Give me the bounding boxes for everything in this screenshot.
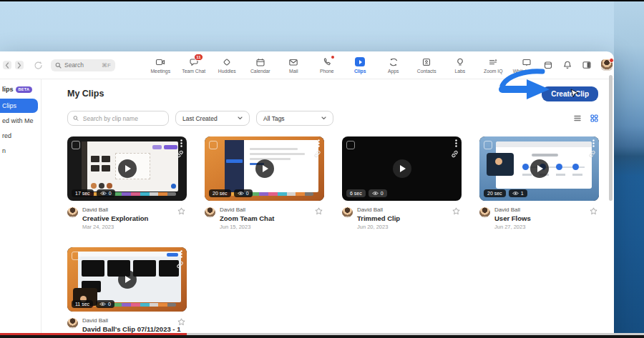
clip-checkbox[interactable] bbox=[72, 141, 80, 149]
contacts-icon bbox=[421, 57, 431, 67]
search-icon bbox=[73, 115, 79, 121]
video-letterbox-top bbox=[0, 0, 644, 1]
desktop-wallpaper bbox=[614, 1, 644, 338]
clip-title: User Flows bbox=[494, 214, 599, 222]
refresh-button[interactable] bbox=[34, 61, 43, 70]
clip-date: Jun 20, 2023 bbox=[357, 224, 462, 230]
nav-calendar[interactable]: Calendar bbox=[244, 57, 278, 74]
nav-huddles[interactable]: Huddles bbox=[210, 57, 244, 74]
clip-menu-icon[interactable] bbox=[318, 139, 320, 147]
mail-icon bbox=[288, 57, 298, 67]
nav-meetings[interactable]: Meetings bbox=[144, 57, 177, 74]
sidebar-item-trash[interactable]: n bbox=[0, 144, 41, 158]
copy-link-icon[interactable] bbox=[176, 261, 184, 269]
clip-menu-icon[interactable] bbox=[592, 139, 595, 147]
duration-badge: 11 sec bbox=[72, 300, 93, 308]
play-button[interactable] bbox=[255, 159, 274, 178]
clip-checkbox[interactable] bbox=[484, 141, 492, 149]
notifications-bell-icon[interactable] bbox=[562, 60, 572, 70]
panel-toggle-icon[interactable] bbox=[582, 60, 592, 70]
nav-clips[interactable]: Clips bbox=[343, 57, 377, 74]
beta-badge: BETA bbox=[16, 86, 33, 93]
star-icon[interactable] bbox=[177, 207, 185, 215]
views-badge: 1 bbox=[509, 189, 527, 197]
nav-team-chat[interactable]: 11 Team Chat bbox=[177, 57, 211, 74]
sidebar-item-starred[interactable]: red bbox=[0, 129, 41, 143]
sidebar-header: lips BETA bbox=[0, 84, 41, 98]
play-button[interactable] bbox=[118, 270, 137, 289]
copy-link-icon[interactable] bbox=[588, 150, 596, 158]
clip-search-input[interactable] bbox=[82, 114, 163, 123]
star-icon[interactable] bbox=[452, 207, 460, 215]
huddles-icon bbox=[222, 57, 232, 67]
author-avatar bbox=[205, 207, 215, 218]
copy-link-icon[interactable] bbox=[313, 150, 321, 158]
clip-thumbnail[interactable]: 20 sec 1 bbox=[479, 136, 599, 201]
clip-title: Creative Exploration bbox=[82, 214, 187, 222]
clip-card[interactable]: 20 sec 1 David Ball User Flows Jun 27, 2… bbox=[479, 136, 599, 230]
nav-mail[interactable]: Mail bbox=[277, 57, 311, 74]
search-shortcut: ⌘F bbox=[102, 62, 111, 69]
refresh-icon bbox=[34, 61, 43, 70]
copy-link-icon[interactable] bbox=[176, 150, 184, 158]
clip-card[interactable]: 6 sec 0 David Ball Trimmed Clip Jun 20, … bbox=[342, 136, 462, 230]
desktop: Search ⌘F Meetings 11 Team Chat Huddles bbox=[0, 0, 644, 338]
nav-contacts[interactable]: Contacts bbox=[410, 57, 444, 74]
chevron-left-icon bbox=[5, 62, 9, 69]
calendar-icon bbox=[255, 57, 265, 67]
duration-badge: 20 sec bbox=[209, 189, 231, 197]
sort-dropdown[interactable]: Last Created bbox=[175, 111, 250, 126]
sidebar-item-my-clips[interactable]: Clips bbox=[0, 99, 38, 113]
nav-apps[interactable]: Apps bbox=[377, 57, 411, 74]
author-avatar bbox=[67, 318, 78, 329]
play-button[interactable] bbox=[393, 159, 411, 178]
play-button[interactable] bbox=[530, 159, 549, 178]
grid-view-icon[interactable] bbox=[590, 114, 598, 122]
clip-menu-icon[interactable] bbox=[455, 139, 457, 147]
author-avatar bbox=[479, 207, 490, 218]
forward-button[interactable] bbox=[15, 61, 24, 69]
sidebar-item-shared-with-me[interactable]: ed with Me bbox=[0, 114, 41, 128]
profile-notification-dot bbox=[609, 58, 614, 63]
clip-card[interactable]: 20 sec 0 David Ball Zoom Team Chat Jun 1… bbox=[205, 136, 324, 230]
clip-author: David Ball bbox=[82, 207, 187, 213]
page-title: My Clips bbox=[67, 89, 104, 99]
global-search[interactable]: Search ⌘F bbox=[51, 59, 115, 71]
clip-checkbox[interactable] bbox=[72, 252, 80, 260]
clip-thumbnail[interactable]: 20 sec 0 bbox=[205, 136, 324, 201]
duration-badge: 20 sec bbox=[484, 189, 506, 197]
clip-author: David Ball bbox=[494, 207, 599, 213]
nav-labs[interactable]: Labs bbox=[444, 57, 477, 74]
copy-link-icon[interactable] bbox=[451, 150, 459, 158]
star-icon[interactable] bbox=[177, 318, 185, 326]
list-view-icon[interactable] bbox=[574, 115, 581, 121]
star-icon[interactable] bbox=[590, 207, 597, 215]
phone-icon bbox=[322, 57, 332, 67]
clip-thumbnail[interactable]: 17 sec 0 bbox=[67, 136, 187, 201]
clip-author: David Ball bbox=[357, 207, 462, 213]
clip-menu-icon[interactable] bbox=[180, 250, 182, 258]
clip-checkbox[interactable] bbox=[209, 141, 218, 149]
clip-thumbnail[interactable]: 11 sec 0 bbox=[67, 247, 187, 312]
clip-card[interactable]: 17 sec 0 David Ball Creative Exploration… bbox=[67, 136, 187, 230]
author-avatar bbox=[67, 207, 78, 218]
clip-search-box[interactable] bbox=[67, 111, 169, 126]
eye-icon bbox=[100, 191, 107, 196]
star-icon[interactable] bbox=[315, 207, 323, 215]
zoom-iq-icon bbox=[488, 57, 498, 67]
video-bottom-bar bbox=[0, 335, 644, 338]
chevron-down-icon bbox=[321, 116, 326, 120]
clip-menu-icon[interactable] bbox=[180, 139, 182, 147]
clip-thumbnail[interactable]: 6 sec 0 bbox=[342, 136, 462, 201]
profile-avatar[interactable] bbox=[601, 59, 613, 71]
play-button[interactable] bbox=[118, 159, 137, 178]
scrollbar-thumb[interactable] bbox=[609, 75, 613, 201]
tags-dropdown[interactable]: All Tags bbox=[256, 111, 333, 126]
clip-card[interactable]: 11 sec 0 David Ball David Ball's Clip 07… bbox=[67, 247, 187, 338]
nav-phone[interactable]: Phone bbox=[311, 57, 344, 74]
mouse-cursor bbox=[570, 89, 579, 98]
back-button[interactable] bbox=[3, 61, 11, 69]
clip-checkbox[interactable] bbox=[346, 141, 355, 149]
unread-badge: 11 bbox=[194, 54, 203, 61]
clip-title: Trimmed Clip bbox=[357, 214, 462, 222]
